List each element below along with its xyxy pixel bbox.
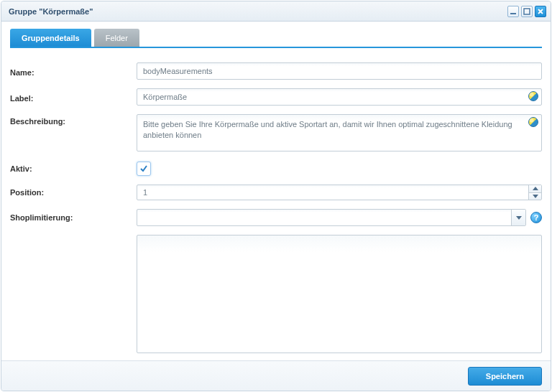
chevron-up-icon [533,187,538,190]
row-empty [10,235,542,353]
name-input[interactable] [137,62,542,80]
svg-rect-0 [510,13,516,14]
window-controls [507,6,546,17]
label-description: Beschreibung: [10,114,131,126]
content-area: Gruppendetails Felder Name: Label: [1,22,551,360]
spinner-buttons [528,185,541,200]
window-title: Gruppe "Körpermaße" [9,7,507,16]
globe-icon[interactable] [528,91,538,101]
close-button[interactable] [535,6,546,17]
position-spinner[interactable]: 1 [137,185,542,200]
maximize-button[interactable] [521,6,533,17]
form-area: Name: Label: Beschreibung: [10,48,542,353]
label-empty [10,235,131,353]
label-position: Position: [10,188,131,197]
label-active: Aktiv: [10,164,131,173]
titlebar: Gruppe "Körpermaße" [1,1,551,22]
shoplimit-combobox[interactable] [137,209,526,226]
help-button[interactable]: ? [530,212,542,223]
row-label: Label: [10,88,542,106]
save-button[interactable]: Speichern [468,367,542,386]
shoplimit-value[interactable] [137,210,511,225]
row-shoplimit: Shoplimitierung: ? [10,209,542,226]
check-icon [139,164,148,173]
svg-rect-1 [524,9,530,14]
description-textarea[interactable] [137,114,542,151]
label-name: Name: [10,65,131,77]
label-input[interactable] [137,88,542,106]
close-icon [537,8,544,15]
maximize-icon [523,8,530,15]
row-name: Name: [10,62,542,80]
globe-icon[interactable] [528,117,538,127]
minimize-button[interactable] [507,6,519,17]
tabbar: Gruppendetails Felder [10,29,542,48]
footer-toolbar: Speichern [1,360,551,391]
row-description: Beschreibung: [10,114,542,153]
row-active: Aktiv: [10,162,542,176]
active-checkbox[interactable] [137,162,151,176]
tab-felder[interactable]: Felder [94,29,139,47]
label-label: Label: [10,91,131,103]
label-shoplimit: Shoplimitierung: [10,213,131,222]
minimize-icon [510,8,517,15]
row-position: Position: 1 [10,185,542,200]
spinner-down-button[interactable] [529,193,541,200]
chevron-down-icon [533,195,538,198]
empty-textarea[interactable] [137,235,542,353]
combo-trigger[interactable] [511,210,525,225]
spinner-up-button[interactable] [529,185,541,193]
chevron-down-icon [516,216,522,220]
dialog-window: Gruppe "Körpermaße" Gruppendetails Felde… [1,1,551,391]
tab-gruppendetails[interactable]: Gruppendetails [10,29,91,47]
position-value[interactable]: 1 [137,185,528,200]
